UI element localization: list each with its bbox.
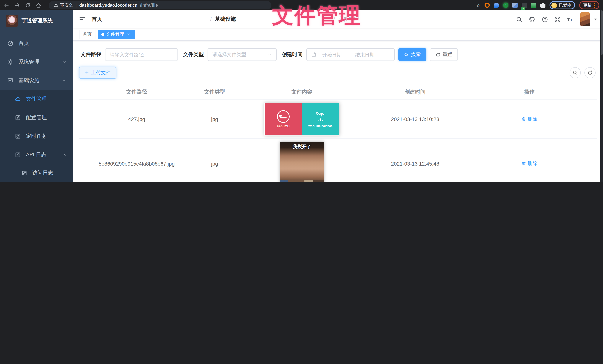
github-icon[interactable]	[529, 16, 535, 23]
update-button[interactable]: 更新	[579, 1, 599, 9]
column-actions: 操作	[462, 84, 597, 100]
delete-button[interactable]: 删除	[521, 116, 537, 123]
update-label: 更新	[583, 2, 591, 8]
file-type-placeholder: 请选择文件类型	[212, 51, 246, 58]
cell-file-type: jpg	[194, 100, 235, 139]
user-menu-caret-icon[interactable]	[594, 18, 597, 20]
user-avatar[interactable]	[580, 12, 590, 26]
extension-green-check-icon[interactable]	[503, 3, 508, 8]
sidebar-item-label: 配置管理	[26, 114, 47, 121]
table-header-row: 文件路径 文件类型 文件内容 创建时间 操作	[79, 84, 597, 100]
cloud-icon	[15, 96, 21, 102]
delete-button[interactable]: 删除	[521, 160, 537, 167]
tab-home[interactable]: 首页	[79, 30, 95, 39]
cell-created-time: 2021-03-13 12:45:48	[369, 139, 462, 182]
file-thumbnail-meme: 我裂开了	[280, 142, 324, 182]
table-toolbar: 上传文件	[79, 67, 597, 79]
search-button[interactable]: 搜索	[398, 48, 426, 61]
breadcrumb-current: 文件管理	[338, 16, 359, 23]
extension-orange-icon[interactable]	[485, 3, 490, 8]
search-icon	[573, 70, 578, 75]
extensions-puzzle-icon[interactable]	[540, 3, 545, 8]
header-search-icon[interactable]	[516, 16, 522, 23]
browser-forward-icon[interactable]	[14, 2, 20, 8]
sidebar-item-label: API 日志	[26, 151, 46, 158]
font-size-icon[interactable]: TT	[567, 16, 574, 23]
dashboard-icon	[7, 40, 13, 46]
breadcrumb-separator: /	[333, 16, 335, 22]
file-path-label: 文件路径	[81, 51, 101, 58]
extension-on-badge-icon[interactable]	[522, 3, 527, 8]
main-panel: 首页 / 基础设施 / 文件管理 TT 首页	[73, 10, 603, 182]
file-table: 文件路径 文件类型 文件内容 创建时间 操作 427.jpg jpg	[79, 84, 597, 182]
breadcrumb-infra[interactable]: 基础设施	[215, 16, 330, 23]
sidebar-item-infra[interactable]: 基础设施	[0, 71, 73, 90]
address-bar[interactable]: 不安全 | dashboard.yudao.iocoder.cn/infra/f…	[49, 1, 271, 9]
thumb-996-left: 996.ICU	[265, 103, 302, 135]
browser-toolbar: 不安全 | dashboard.yudao.iocoder.cn/infra/f…	[0, 0, 603, 10]
browser-reload-icon[interactable]	[25, 3, 30, 8]
fullscreen-icon[interactable]	[554, 16, 561, 23]
browser-scrollbar[interactable]	[600, 10, 603, 182]
help-icon[interactable]	[542, 16, 548, 23]
extension-grid-icon[interactable]	[512, 3, 518, 8]
sidebar-item-api-log[interactable]: API 日志	[0, 146, 73, 164]
tab-file-management[interactable]: 文件管理 ×	[98, 30, 135, 39]
date-separator: -	[348, 52, 349, 57]
hamburger-icon[interactable]	[79, 16, 89, 23]
trash-icon	[521, 161, 526, 166]
tags-view-bar: 首页 文件管理 ×	[73, 28, 603, 41]
sidebar-logo[interactable]: 芋道管理系统	[0, 10, 73, 31]
scrollbar-thumb[interactable]	[601, 10, 603, 55]
browser-back-icon[interactable]	[4, 2, 9, 8]
breadcrumb-home[interactable]: 首页	[92, 16, 207, 23]
address-divider: |	[76, 3, 77, 8]
active-dot-icon	[101, 33, 104, 36]
extension-blue-icon[interactable]	[494, 3, 499, 8]
security-chip[interactable]: 不安全	[54, 2, 73, 8]
cell-file-path: 5e8609290e915c4fa8b08e67.jpg	[79, 139, 194, 182]
browser-home-icon[interactable]	[36, 2, 41, 8]
browser-menu-icon[interactable]	[594, 3, 595, 8]
sidebar-item-system[interactable]: 系统管理	[0, 53, 73, 71]
sidebar-submenu-infra: 文件管理 配置管理 定时任务 API 日志	[0, 90, 73, 182]
toggle-search-button[interactable]	[569, 67, 581, 78]
upload-file-button[interactable]: 上传文件	[79, 67, 116, 79]
cell-file-path: 427.jpg	[79, 100, 194, 139]
start-date-input[interactable]	[319, 52, 345, 57]
navbar-tools: TT	[516, 12, 597, 26]
calendar-icon	[311, 52, 316, 57]
toolbar-right	[569, 67, 597, 78]
edit-square-icon	[15, 115, 21, 121]
end-date-input[interactable]	[352, 52, 378, 57]
thumb-996-right: work-life balance	[302, 103, 339, 135]
navbar: 首页 / 基础设施 / 文件管理 TT	[73, 10, 603, 28]
column-created-time: 创建时间	[369, 84, 462, 100]
sidebar-item-cron[interactable]: 定时任务	[0, 127, 73, 146]
sidebar-item-file-management[interactable]: 文件管理	[0, 90, 73, 108]
bookmark-star-icon[interactable]: ☆	[476, 2, 480, 8]
close-icon[interactable]: ×	[126, 32, 131, 37]
url-path: /infra/file	[140, 3, 158, 7]
sidebar-item-config[interactable]: 配置管理	[0, 108, 73, 127]
reset-button-label: 重置	[443, 51, 452, 58]
sidebar-item-home[interactable]: 首页	[0, 34, 73, 53]
sidebar-item-label: 访问日志	[32, 170, 53, 176]
table-row: 427.jpg jpg 996.ICU	[79, 100, 597, 139]
search-button-label: 搜索	[411, 51, 421, 58]
sidebar-item-access-log[interactable]: 访问日志	[0, 164, 73, 182]
file-thumbnail-996icu: 996.ICU work-life balance	[264, 103, 339, 136]
refresh-table-button[interactable]	[584, 67, 596, 78]
file-type-select[interactable]: 请选择文件类型	[208, 48, 277, 61]
profile-paused-chip[interactable]: 已暂停	[550, 1, 575, 9]
security-label: 不安全	[60, 2, 73, 8]
table-row: 5e8609290e915c4fa8b08e67.jpg jpg 我裂开了 20…	[79, 139, 597, 182]
column-file-path: 文件路径	[79, 84, 194, 100]
extension-leaf-icon[interactable]	[531, 3, 536, 8]
logo-image	[6, 15, 18, 27]
reset-button[interactable]: 重置	[430, 48, 458, 61]
thumb-caption: 996.ICU	[277, 124, 290, 128]
tab-label: 首页	[83, 31, 92, 37]
file-path-input[interactable]	[110, 52, 173, 57]
date-range-picker[interactable]: -	[306, 48, 395, 61]
